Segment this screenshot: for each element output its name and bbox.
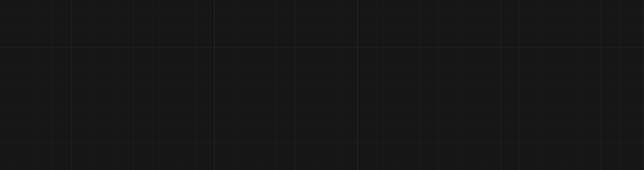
comfyui-canvas[interactable] [0, 0, 644, 170]
